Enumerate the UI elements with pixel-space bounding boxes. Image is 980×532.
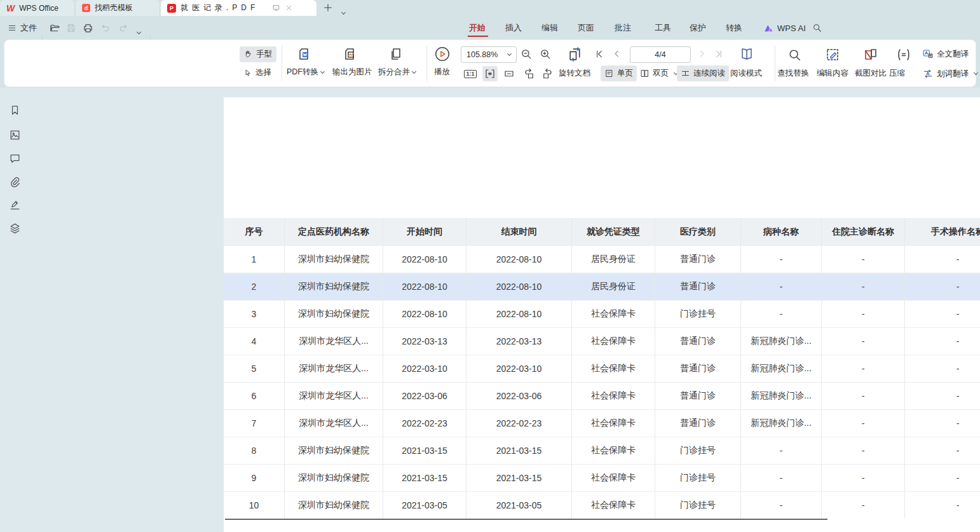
select-tool-button[interactable]: 选择: [240, 65, 276, 81]
save-icon[interactable]: [66, 21, 76, 35]
menu-item-comment[interactable]: 批注: [615, 21, 631, 35]
print-icon[interactable]: [83, 21, 93, 35]
split-merge-icon[interactable]: [387, 45, 405, 63]
table-row[interactable]: 6深圳市龙华区人...2022-03-062022-03-06社会保障卡普通门诊…: [224, 382, 980, 409]
hand-icon: [243, 50, 253, 59]
menu-item-insert[interactable]: 插入: [505, 21, 522, 35]
undo-icon[interactable]: [100, 21, 111, 35]
export-image-button[interactable]: 输出为图片: [332, 67, 372, 78]
menu-item-home[interactable]: 开始: [469, 21, 486, 35]
table-cell: 社会保障卡: [572, 410, 655, 437]
bookmark-panel-icon[interactable]: [8, 104, 21, 116]
zoom-in-icon[interactable]: [540, 48, 552, 60]
pdf-convert-button[interactable]: PDF转换: [287, 67, 324, 78]
find-replace-button[interactable]: 查找替换: [777, 68, 809, 79]
split-merge-button[interactable]: 拆分合并: [378, 67, 416, 78]
pdf-convert-icon[interactable]: [296, 45, 313, 63]
rotate-right-icon[interactable]: [540, 66, 555, 81]
compress-icon[interactable]: [895, 46, 912, 63]
table-row[interactable]: 8深圳市妇幼保健院2021-03-152021-03-15社会保障卡门诊挂号--…: [224, 437, 980, 464]
find-replace-icon[interactable]: [786, 46, 803, 63]
menu-item-protect[interactable]: 保护: [690, 21, 706, 35]
table-cell: 2022-03-13: [383, 328, 466, 355]
redo-icon[interactable]: [118, 21, 128, 35]
comment-panel-icon[interactable]: [8, 152, 21, 165]
menu-item-page[interactable]: 页面: [578, 21, 594, 35]
word-translate-button[interactable]: 划词翻译: [922, 68, 977, 79]
thumbnail-panel-icon[interactable]: [8, 128, 21, 141]
table-cell: 深圳市妇幼保健院: [285, 492, 383, 519]
menu-item-convert[interactable]: 转换: [726, 21, 742, 35]
new-tab-icon[interactable]: [323, 3, 333, 13]
table-cell: -: [905, 273, 980, 300]
rotate-pages-icon[interactable]: [566, 45, 584, 63]
quickbar-chevron-icon[interactable]: [135, 25, 140, 36]
fit-width-icon[interactable]: [482, 66, 498, 81]
edit-content-button[interactable]: 编辑内容: [817, 68, 848, 79]
full-translate-button[interactable]: 全文翻译: [922, 48, 969, 60]
first-page-icon[interactable]: [594, 49, 604, 59]
search-icon[interactable]: [812, 21, 822, 35]
table-row[interactable]: 7深圳市龙华区人...2022-02-232022-02-23社会保障卡普通门诊…: [224, 409, 980, 437]
monitor-icon[interactable]: [272, 4, 280, 12]
next-page-icon[interactable]: [697, 49, 707, 58]
table-cell: -: [741, 273, 822, 300]
compress-button[interactable]: 压缩: [889, 68, 905, 79]
table-cell: -: [741, 301, 822, 327]
zoom-level-select[interactable]: 105.88%: [461, 46, 517, 63]
tab-list-chevron-icon[interactable]: [339, 5, 345, 17]
actual-size-icon[interactable]: 1:1: [463, 67, 477, 80]
tab-wps-office[interactable]: W WPS Office: [0, 0, 75, 16]
zoom-out-icon[interactable]: [521, 48, 533, 60]
prev-page-icon[interactable]: [612, 49, 622, 58]
table-row[interactable]: 2深圳市妇幼保健院2022-08-102022-08-10居民身份证普通门诊--…: [224, 273, 980, 300]
menu-item-edit[interactable]: 编辑: [541, 21, 558, 35]
table-cell: 社会保障卡: [572, 383, 655, 409]
table-cell: -: [822, 246, 905, 273]
menu-item-tools[interactable]: 工具: [655, 21, 671, 35]
table-row[interactable]: 5深圳市龙华区人...2022-03-102022-03-10社会保障卡普通门诊…: [224, 355, 980, 382]
table-cell: 普通门诊: [655, 410, 741, 437]
screenshot-compare-button[interactable]: 截图对比: [855, 68, 887, 79]
tab-docer-template[interactable]: d 找稻壳模板: [76, 0, 160, 16]
table-row[interactable]: 1深圳市妇幼保健院2022-08-102022-08-10居民身份证普通门诊--…: [224, 245, 980, 273]
pdf-page[interactable]: 序号定点医药机构名称开始时间结束时间就诊凭证类型医疗类别病种名称住院主诊断名称手…: [224, 97, 980, 532]
table-cell: -: [822, 273, 905, 300]
wps-ai-button[interactable]: WPS AI: [764, 21, 806, 35]
read-mode-icon[interactable]: [738, 46, 756, 64]
continuous-read-button[interactable]: 连续阅读: [677, 65, 729, 81]
file-menu[interactable]: 文件: [8, 21, 37, 35]
edit-content-icon[interactable]: [824, 46, 841, 63]
column-header: 定点医药机构名称: [285, 218, 383, 245]
open-file-icon[interactable]: [50, 21, 60, 35]
table-row[interactable]: 4深圳市龙华区人...2022-03-132022-03-13社会保障卡普通门诊…: [224, 327, 980, 355]
last-page-icon[interactable]: [714, 49, 724, 59]
play-button[interactable]: 播放: [434, 67, 450, 78]
single-page-button[interactable]: 单页: [601, 65, 637, 81]
export-image-icon[interactable]: [341, 45, 359, 63]
table-row[interactable]: 10深圳市妇幼保健院2021-03-052021-03-05社会保障卡门诊挂号-…: [224, 491, 980, 519]
tab-document[interactable]: P 就医记录.PDF: [161, 0, 316, 16]
play-icon[interactable]: [434, 46, 451, 62]
fit-page-icon[interactable]: [501, 66, 517, 81]
table-cell: -: [905, 410, 980, 437]
rotate-left-icon[interactable]: [522, 66, 537, 81]
window-tab-bar: W WPS Office d 找稻壳模板 P 就医记录.PDF: [0, 0, 980, 16]
layers-panel-icon[interactable]: [8, 222, 21, 235]
table-cell: 社会保障卡: [572, 328, 655, 355]
rotate-doc-button[interactable]: 旋转文档: [559, 68, 590, 79]
page-number-input[interactable]: 4/4: [630, 46, 691, 63]
hand-tool-button[interactable]: 手型: [240, 46, 276, 62]
read-mode-button[interactable]: 阅读模式: [730, 68, 762, 79]
attachment-panel-icon[interactable]: [8, 175, 21, 188]
signature-panel-icon[interactable]: [8, 198, 21, 211]
table-cell: 4: [224, 328, 285, 355]
table-row[interactable]: 3深圳市妇幼保健院2022-08-102022-08-10社会保障卡门诊挂号--…: [224, 300, 980, 327]
double-page-button[interactable]: 双页: [636, 65, 681, 81]
menu-bar: 文件 开始 插入 编辑 页面 批注 工具 保护 转换 WPS AI: [0, 16, 980, 39]
table-cell: 1: [224, 246, 285, 273]
table-row[interactable]: 9深圳市妇幼保健院2021-03-152021-03-15社会保障卡门诊挂号--…: [224, 464, 980, 491]
screenshot-compare-icon[interactable]: [862, 46, 879, 63]
close-tab-icon[interactable]: [285, 4, 292, 11]
table-cell: 深圳市妇幼保健院: [285, 246, 383, 273]
